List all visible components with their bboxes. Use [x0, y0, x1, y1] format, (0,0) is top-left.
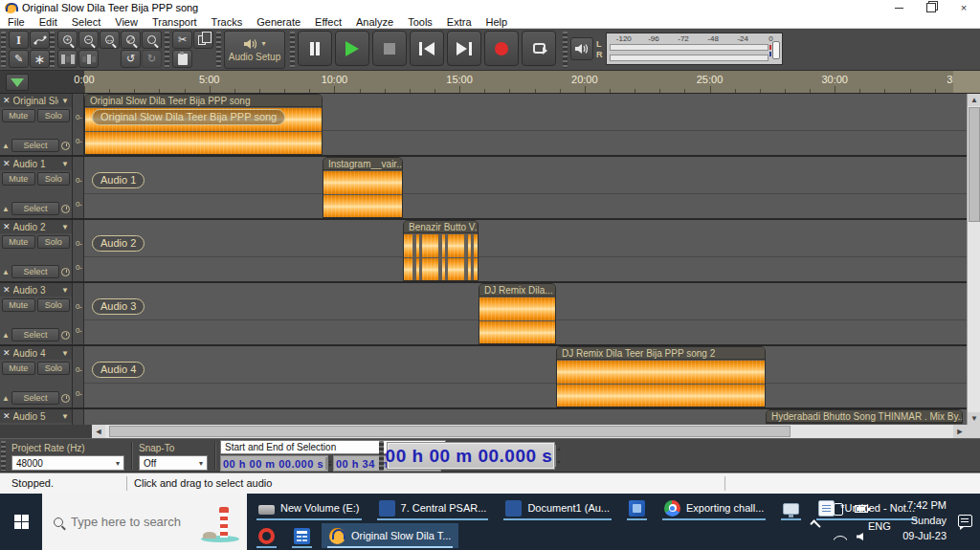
timer-icon[interactable]: [61, 268, 70, 276]
timer-icon[interactable]: [61, 331, 70, 340]
solo-button[interactable]: Solo: [37, 235, 71, 249]
timeline-ruler[interactable]: 0:005:0010:0015:0020:0025:0030:0035:00: [84, 71, 980, 93]
scroll-left-arrow[interactable]: ◄: [92, 425, 105, 438]
spinner[interactable]: [554, 445, 556, 467]
menu-view[interactable]: View: [115, 16, 138, 28]
toolbar-grip[interactable]: [1, 32, 6, 68]
collapse-track-icon[interactable]: ▲: [2, 142, 10, 150]
track-name[interactable]: Audio 2: [13, 222, 59, 232]
solo-button[interactable]: Solo: [37, 109, 71, 122]
track-menu-caret-icon[interactable]: ▼: [61, 160, 69, 168]
spinner[interactable]: [325, 457, 327, 470]
close-track-button[interactable]: ✕: [3, 349, 11, 358]
project-rate-select[interactable]: 48000▾: [11, 455, 124, 471]
meter-speaker-button[interactable]: [570, 37, 593, 60]
toolbar-grip[interactable]: [1, 441, 6, 471]
scroll-right-arrow[interactable]: ►: [953, 425, 967, 438]
menu-generate[interactable]: Generate: [256, 16, 301, 28]
track-name[interactable]: Audio 5: [13, 411, 59, 422]
wifi-icon[interactable]: [834, 534, 847, 541]
volume-icon[interactable]: [857, 533, 863, 540]
audio-clip[interactable]: Instagram__vair...: [323, 157, 403, 218]
paste-button[interactable]: [172, 50, 192, 68]
menu-analyze[interactable]: Analyze: [356, 16, 393, 28]
audio-clip[interactable]: Benazir Butto V...: [403, 220, 479, 281]
audio-clip[interactable]: DJ Remix Dila...: [479, 283, 556, 344]
selection-start-field[interactable]: 00 h 00 m 00.000 s: [220, 455, 328, 472]
loop-region-button[interactable]: [6, 74, 29, 91]
skip-to-end-button[interactable]: [447, 31, 481, 66]
menu-help[interactable]: Help: [486, 16, 508, 28]
fit-selection-button[interactable]: ↔: [100, 31, 120, 49]
select-track-button[interactable]: Select: [11, 139, 59, 152]
meter-slider-knob[interactable]: [772, 41, 780, 59]
snap-to-select[interactable]: Off▾: [139, 455, 208, 471]
scroll-down-arrow[interactable]: ▼: [968, 412, 980, 425]
audio-clip[interactable]: DJ Remix Dila Teer Bija PPP song 2: [556, 346, 766, 407]
track-menu-caret-icon[interactable]: ▼: [61, 223, 69, 231]
phone-icon[interactable]: [834, 503, 843, 516]
undo-button[interactable]: ↺: [121, 50, 141, 68]
mute-button[interactable]: Mute: [2, 172, 35, 186]
mute-button[interactable]: Mute: [2, 235, 35, 249]
horizontal-scroll-thumb[interactable]: [109, 426, 791, 437]
stop-button[interactable]: [372, 31, 407, 66]
timer-icon[interactable]: [61, 394, 70, 403]
solo-button[interactable]: Solo: [37, 362, 71, 375]
mute-button[interactable]: Mute: [2, 298, 35, 312]
close-track-button[interactable]: ✕: [3, 412, 11, 421]
tray-clock[interactable]: 7:42 PM Sunday 09-Jul-23: [891, 497, 947, 543]
toolbar-grip[interactable]: [216, 32, 221, 68]
redo-button[interactable]: ↻: [142, 50, 162, 68]
collapse-track-icon[interactable]: ▲: [2, 205, 10, 213]
horizontal-scrollbar[interactable]: ◄ ►: [92, 425, 967, 438]
close-button[interactable]: ×: [947, 0, 980, 15]
draw-tool-button[interactable]: ✎: [9, 50, 29, 68]
selection-tool-button[interactable]: I: [9, 31, 29, 49]
toolbar-grip[interactable]: [379, 441, 384, 471]
language-indicator[interactable]: ENG: [868, 520, 891, 532]
collapse-track-icon[interactable]: ▲: [2, 394, 10, 403]
zoom-in-button[interactable]: +: [57, 31, 78, 49]
timer-icon[interactable]: [61, 142, 70, 150]
multi-tool-button[interactable]: ∗: [30, 50, 50, 68]
close-track-button[interactable]: ✕: [3, 223, 11, 231]
menu-transport[interactable]: Transport: [152, 16, 197, 28]
close-track-button[interactable]: ✕: [3, 286, 11, 295]
select-track-button[interactable]: Select: [11, 328, 59, 341]
toolbar-grip[interactable]: [50, 32, 55, 68]
track-name[interactable]: Audio 1: [13, 159, 59, 169]
minimize-button[interactable]: [882, 0, 915, 15]
zoom-toggle-button[interactable]: [142, 31, 162, 49]
menu-file[interactable]: File: [8, 16, 25, 28]
skip-to-start-button[interactable]: [410, 31, 444, 66]
battery-icon[interactable]: [855, 505, 868, 513]
audio-setup-button[interactable]: ▾ Audio Setup: [224, 31, 285, 69]
fit-project-button[interactable]: ⤢: [121, 31, 141, 49]
select-track-button[interactable]: Select: [11, 202, 59, 215]
track-name[interactable]: Original Slo: [13, 96, 59, 106]
close-track-button[interactable]: ✕: [3, 97, 11, 105]
search-input[interactable]: [71, 515, 186, 529]
menu-select[interactable]: Select: [72, 16, 101, 28]
trim-audio-button[interactable]: [57, 50, 78, 68]
track-menu-caret-icon[interactable]: ▼: [61, 97, 69, 105]
select-track-button[interactable]: Select: [11, 391, 59, 405]
audio-clip[interactable]: Hyderabadi Bhutto Song THINMAR . Mix By.…: [766, 409, 963, 424]
pause-button[interactable]: [298, 31, 332, 66]
taskbar-item-new-volume-e[interactable]: New Volume (E:): [251, 495, 368, 520]
track-menu-caret-icon[interactable]: ▼: [61, 412, 69, 421]
menu-extra[interactable]: Extra: [447, 16, 472, 28]
copy-button[interactable]: [193, 31, 213, 49]
zoom-out-button[interactable]: −: [78, 31, 99, 49]
timer-icon[interactable]: [61, 205, 70, 213]
menu-tracks[interactable]: Tracks: [212, 16, 243, 28]
track-name[interactable]: Audio 4: [13, 348, 59, 359]
envelope-tool-button[interactable]: [30, 31, 50, 49]
collapse-track-icon[interactable]: ▲: [2, 331, 10, 340]
mute-button[interactable]: Mute: [2, 109, 35, 122]
record-button[interactable]: [484, 31, 519, 66]
taskbar-search[interactable]: [42, 494, 247, 550]
restore-button[interactable]: [915, 0, 947, 15]
select-track-button[interactable]: Select: [11, 265, 59, 278]
